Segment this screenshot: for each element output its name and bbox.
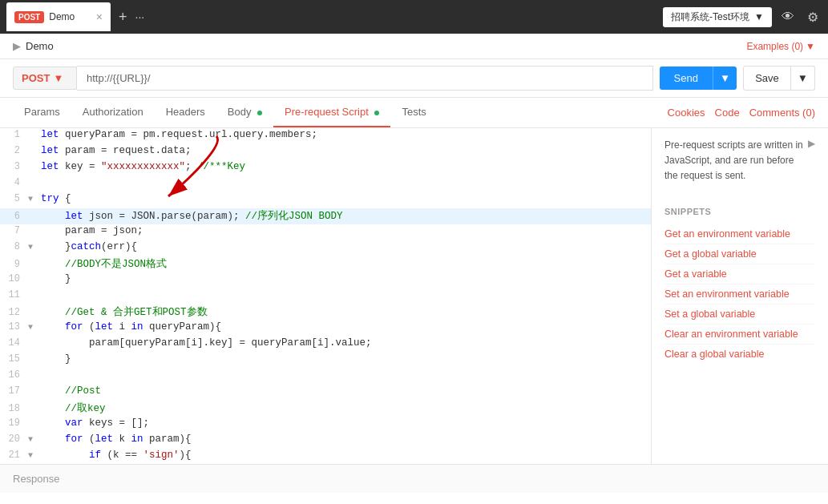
active-tab[interactable]: POST Demo × (6, 2, 111, 31)
code-line-19: 19 var keys = []; (0, 417, 651, 433)
method-dropdown-icon: ▼ (53, 72, 63, 84)
top-bar: POST Demo × + ··· 招聘系统-Test环境 ▼ 👁 ⚙ (0, 0, 828, 34)
collection-name-label: Demo (26, 40, 54, 52)
tab-authorization[interactable]: Authorization (71, 98, 155, 127)
body-dot (257, 111, 262, 115)
code-line-16: 16 (0, 369, 651, 385)
send-dropdown-button[interactable]: ▼ (713, 67, 737, 90)
save-button[interactable]: Save (743, 66, 791, 91)
env-dropdown-icon: ▼ (754, 11, 764, 22)
tab-add-button[interactable]: + (119, 9, 127, 26)
info-section: Pre-request scripts are written in JavaS… (664, 138, 815, 197)
env-selector[interactable]: 招聘系统-Test环境 ▼ (663, 7, 772, 27)
examples-arrow-icon: ▼ (806, 41, 815, 52)
code-line-18: 18 //取key (0, 401, 651, 417)
snippet-clear-env-var[interactable]: Clear an environment variable (664, 325, 815, 345)
snippet-clear-global-var[interactable]: Clear a global variable (664, 345, 815, 364)
code-line-6: 6 let json = JSON.parse(param); //序列化JSO… (0, 208, 651, 224)
panel-expand-icon[interactable]: ▶ (808, 138, 815, 149)
snippet-set-global-var[interactable]: Set a global variable (664, 304, 815, 325)
env-label: 招聘系统-Test环境 (671, 10, 749, 24)
code-line-3: 3 let key = "xxxxxxxxxxxx"; //***Key (0, 160, 651, 176)
code-line-20: 20 ▼ for (let k in param){ (0, 433, 651, 449)
tab-close-button[interactable]: × (96, 10, 103, 23)
code-line-7: 7 param = json; (0, 224, 651, 240)
request-bar: POST ▼ Send ▼ Save ▼ (0, 59, 828, 98)
tab-method-badge: POST (14, 11, 44, 23)
code-line-15: 15 } (0, 353, 651, 369)
code-line-4: 4 (0, 176, 651, 192)
code-line-8: 8 ▼ }catch(err){ (0, 240, 651, 256)
code-link[interactable]: Code (715, 107, 740, 119)
gear-icon[interactable]: ⚙ (804, 6, 822, 28)
right-panel: Pre-request scripts are written in JavaS… (652, 128, 828, 464)
code-line-13: 13 ▼ for (let i in queryParam){ (0, 321, 651, 337)
snippet-get-env-var[interactable]: Get an environment variable (664, 224, 815, 244)
tab-headers[interactable]: Headers (155, 98, 216, 127)
pre-request-dot (374, 111, 379, 115)
response-label: Response (13, 473, 60, 485)
tab-title: Demo (49, 11, 91, 22)
snippet-set-env-var[interactable]: Set an environment variable (664, 284, 815, 304)
code-line-21: 21 ▼ if (k == 'sign'){ (0, 449, 651, 464)
snippets-title: SNIPPETS (664, 207, 815, 216)
code-line-9: 9 //BODY不是JSON格式 (0, 256, 651, 272)
examples-link[interactable]: Examples (0) ▼ (746, 41, 815, 52)
code-line-12: 12 //Get & 合并GET和POST参数 (0, 304, 651, 321)
info-text: Pre-request scripts are written in JavaS… (664, 138, 803, 184)
eye-icon[interactable]: 👁 (778, 6, 798, 27)
code-line-14: 14 param[queryParam[i].key] = queryParam… (0, 337, 651, 353)
cookies-link[interactable]: Cookies (668, 107, 705, 119)
save-button-group: Save ▼ (743, 66, 815, 91)
tab-body[interactable]: Body (216, 98, 273, 127)
code-line-11: 11 (0, 288, 651, 304)
code-line-2: 2 let param = request.data; (0, 144, 651, 160)
send-button[interactable]: Send (660, 67, 713, 90)
tab-params[interactable]: Params (13, 98, 71, 127)
collection-arrow-icon: ▶ (13, 40, 21, 52)
url-input[interactable] (77, 66, 653, 91)
tab-tests[interactable]: Tests (390, 98, 437, 127)
response-bar: Response (0, 464, 828, 493)
tab-pre-request-script[interactable]: Pre-request Script (273, 98, 390, 127)
save-dropdown-button[interactable]: ▼ (791, 66, 815, 91)
snippet-get-var[interactable]: Get a variable (664, 264, 815, 284)
top-bar-right: 招聘系统-Test环境 ▼ 👁 ⚙ (663, 6, 822, 28)
code-line-10: 10 } (0, 272, 651, 288)
editor-wrapper: 1 let queryParam = pm.request.url.query.… (0, 128, 652, 464)
method-select[interactable]: POST ▼ (13, 67, 77, 90)
comments-link[interactable]: Comments (0) (749, 107, 815, 119)
collection-bar: ▶ Demo Examples (0) ▼ (0, 34, 828, 59)
code-line-17: 17 //Post (0, 385, 651, 401)
tab-bar-right: Cookies Code Comments (0) (668, 107, 815, 119)
code-line-5: 5 ▼ try { (0, 192, 651, 208)
main-content: 1 let queryParam = pm.request.url.query.… (0, 128, 828, 464)
tab-more-button[interactable]: ··· (135, 10, 145, 23)
request-tab-bar: Params Authorization Headers Body Pre-re… (0, 98, 828, 128)
code-editor[interactable]: 1 let queryParam = pm.request.url.query.… (0, 128, 652, 464)
method-label: POST (22, 72, 50, 84)
snippet-get-global-var[interactable]: Get a global variable (664, 244, 815, 264)
code-line-1: 1 let queryParam = pm.request.url.query.… (0, 128, 651, 144)
send-button-group: Send ▼ (660, 67, 737, 90)
